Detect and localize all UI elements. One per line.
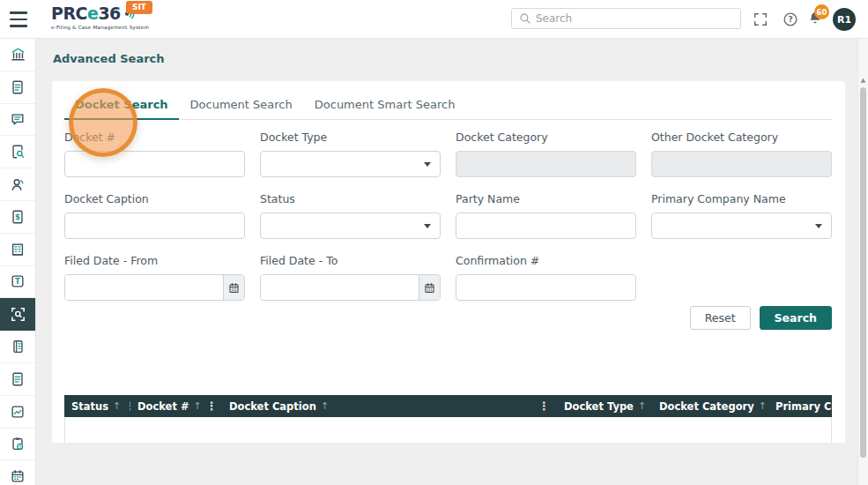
column-header-docket-type[interactable]: Docket Type↑⋮ bbox=[557, 395, 652, 417]
page-title: Advanced Search bbox=[53, 52, 165, 65]
calendar-icon bbox=[424, 282, 435, 294]
column-menu-icon[interactable]: ⋮ bbox=[206, 400, 218, 412]
sidebar-item-calendar[interactable] bbox=[0, 460, 35, 485]
sidebar-item-files[interactable] bbox=[0, 363, 35, 396]
sidebar-item-users[interactable] bbox=[0, 168, 35, 201]
environment-badge: SIT bbox=[126, 1, 152, 14]
field-label: Party Name bbox=[456, 192, 636, 205]
column-header-primary-company[interactable]: Primary Cor bbox=[768, 395, 832, 417]
docket-caption-input[interactable] bbox=[64, 213, 245, 239]
sidebar-item-institution[interactable] bbox=[0, 39, 35, 71]
field-filed-date-to: Filed Date - To bbox=[260, 254, 441, 301]
field-confirmation-number: Confirmation # bbox=[456, 254, 636, 301]
sidebar-item-advanced-search[interactable] bbox=[0, 298, 35, 331]
fullscreen-icon[interactable] bbox=[753, 11, 768, 27]
svg-text:$: $ bbox=[15, 213, 20, 221]
column-header-docket-category[interactable]: Docket Category↑⋮ bbox=[652, 395, 768, 417]
note-template-icon: T bbox=[10, 273, 26, 289]
column-header-docket-number[interactable]: Docket #↑⋮ bbox=[130, 395, 222, 417]
chevron-down-icon bbox=[424, 224, 431, 228]
sort-arrow-icon: ↑ bbox=[194, 400, 202, 412]
sort-arrow-icon: ↑ bbox=[638, 400, 646, 412]
sidebar-item-documents[interactable] bbox=[0, 71, 35, 104]
field-filed-date-from: Filed Date - From bbox=[64, 254, 245, 301]
field-party-name: Party Name bbox=[456, 192, 636, 239]
sidebar-item-tasks[interactable] bbox=[0, 429, 35, 461]
field-other-docket-category: Other Docket Category bbox=[651, 131, 832, 177]
field-docket-number: Docket # bbox=[64, 131, 245, 177]
tab-document-search[interactable]: Document Search bbox=[180, 93, 303, 119]
filed-date-from-picker bbox=[64, 274, 245, 301]
field-label: Docket Type bbox=[260, 131, 441, 144]
sidebar-item-messages[interactable] bbox=[0, 104, 35, 137]
results-table-body bbox=[64, 417, 832, 443]
field-label: Confirmation # bbox=[456, 254, 636, 267]
chat-icon bbox=[10, 111, 26, 127]
sidebar-item-reports[interactable] bbox=[0, 396, 35, 429]
docket-type-select[interactable] bbox=[260, 151, 441, 177]
sort-arrow-icon: ↑ bbox=[113, 400, 121, 412]
filed-date-from-input[interactable] bbox=[65, 275, 223, 300]
docket-number-input[interactable] bbox=[64, 151, 245, 177]
top-bar: PRCe36 e-Filing & Case Management System… bbox=[0, 0, 868, 39]
global-search-input[interactable] bbox=[536, 12, 740, 25]
tab-document-smart-search[interactable]: Document Smart Search bbox=[304, 93, 466, 119]
primary-company-name-select[interactable] bbox=[651, 213, 832, 239]
tab-docket-search[interactable]: Docket Search bbox=[64, 93, 179, 120]
column-header-docket-caption[interactable]: Docket Caption↑⋮ bbox=[222, 395, 557, 417]
document-icon bbox=[10, 79, 26, 95]
field-label: Filed Date - From bbox=[64, 254, 245, 267]
field-label: Primary Company Name bbox=[651, 192, 832, 205]
building-icon bbox=[10, 242, 26, 257]
calendar-icon bbox=[228, 282, 240, 294]
status-select[interactable] bbox=[260, 213, 441, 239]
users-icon bbox=[10, 176, 26, 193]
calendar-picker-button[interactable] bbox=[223, 275, 244, 300]
sidebar-item-templates[interactable]: T bbox=[0, 266, 35, 299]
filed-date-to-input[interactable] bbox=[261, 275, 419, 300]
bank-icon bbox=[10, 46, 26, 63]
scrollbar-thumb[interactable] bbox=[860, 87, 866, 458]
search-card: Docket Search Document Search Document S… bbox=[52, 81, 845, 443]
user-avatar[interactable]: R1 bbox=[833, 8, 856, 31]
results-table-header: Status↑⋮ Docket #↑⋮ Docket Caption↑⋮ Doc… bbox=[64, 395, 832, 417]
scroll-up-arrow-icon[interactable]: ▲ bbox=[858, 75, 868, 86]
clipboard-clock-icon bbox=[10, 436, 26, 451]
field-primary-company-name: Primary Company Name bbox=[651, 192, 832, 239]
sidebar-item-file-search[interactable] bbox=[0, 136, 35, 168]
vertical-scrollbar[interactable]: ▲ bbox=[857, 39, 868, 485]
help-icon[interactable]: ? bbox=[783, 11, 798, 27]
field-label: Docket Caption bbox=[64, 192, 245, 205]
hamburger-menu-icon[interactable] bbox=[10, 11, 27, 27]
filed-date-to-picker bbox=[260, 274, 441, 301]
document-icon bbox=[10, 371, 26, 387]
global-search bbox=[511, 8, 741, 29]
file-search-icon bbox=[10, 144, 26, 160]
confirmation-number-input[interactable] bbox=[456, 274, 636, 301]
search-button[interactable]: Search bbox=[760, 306, 832, 330]
results-table: Status↑⋮ Docket #↑⋮ Docket Caption↑⋮ Doc… bbox=[64, 395, 832, 443]
field-label: Status bbox=[260, 192, 441, 205]
search-tabs: Docket Search Document Search Document S… bbox=[64, 93, 832, 120]
sidebar-item-ledger[interactable] bbox=[0, 331, 35, 363]
invoice-dollar-icon: $ bbox=[10, 209, 26, 225]
reset-button[interactable]: Reset bbox=[690, 306, 751, 330]
app-window: PRCe36 e-Filing & Case Management System… bbox=[0, 0, 868, 485]
ledger-book-icon bbox=[10, 339, 26, 354]
field-status: Status bbox=[260, 192, 441, 239]
column-header-status[interactable]: Status↑⋮ bbox=[64, 395, 130, 417]
calendar-icon bbox=[10, 468, 26, 484]
field-docket-caption: Docket Caption bbox=[64, 192, 245, 239]
notification-count-badge: 60 bbox=[814, 4, 829, 19]
svg-text:T: T bbox=[15, 278, 20, 287]
sidebar-item-invoices[interactable]: $ bbox=[0, 201, 35, 234]
sort-arrow-icon: ↑ bbox=[759, 400, 767, 412]
party-name-input[interactable] bbox=[456, 213, 636, 239]
field-label: Filed Date - To bbox=[260, 254, 441, 267]
calendar-picker-button[interactable] bbox=[419, 275, 440, 300]
chart-icon bbox=[10, 404, 26, 420]
docket-category-input bbox=[456, 151, 636, 177]
other-docket-category-input bbox=[651, 151, 832, 177]
column-menu-icon[interactable]: ⋮ bbox=[538, 400, 550, 412]
sidebar-item-companies[interactable] bbox=[0, 234, 35, 266]
